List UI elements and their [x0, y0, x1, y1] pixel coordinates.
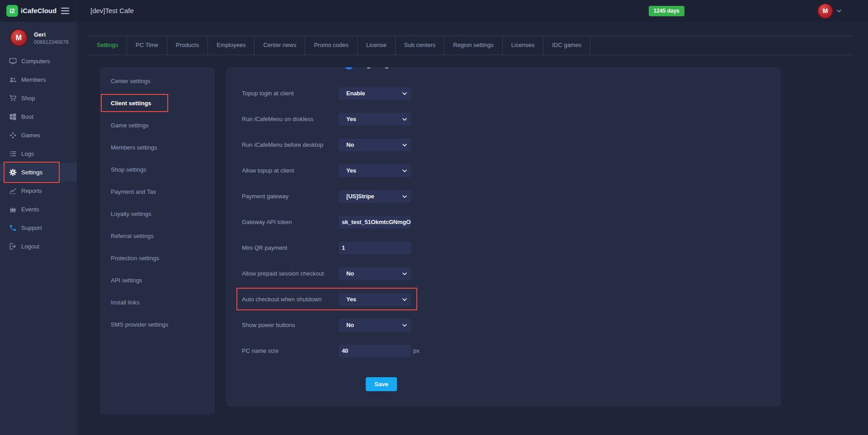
field-value: Enable: [346, 90, 365, 97]
settings-menu-label: Center settings: [111, 78, 150, 84]
sidebar-item[interactable]: Settings: [0, 163, 77, 182]
tab[interactable]: PC Time: [127, 36, 167, 55]
settings-menu-label: Members settings: [111, 144, 157, 151]
field-label: Topup login at client: [242, 90, 339, 97]
field-label: Gateway API token: [242, 219, 339, 225]
user-avatar[interactable]: M: [817, 3, 833, 19]
games-icon: [9, 131, 17, 139]
members-icon: [9, 76, 17, 84]
phone-icon: [9, 224, 17, 232]
field-control[interactable]: Yes: [339, 164, 411, 177]
field-control[interactable]: sk_test_51OkmtcGNmgOKr: [339, 216, 411, 229]
field-control[interactable]: 1: [339, 242, 411, 254]
form-row: Payment gateway [US]Stripe: [226, 183, 781, 209]
settings-menu-item[interactable]: Install links: [100, 291, 215, 313]
settings-menu-item[interactable]: Payment and Tax: [100, 181, 215, 203]
settings-menu-item[interactable]: Client settings: [100, 92, 215, 114]
sidebar-item[interactable]: Games: [0, 126, 77, 145]
field-value: No: [346, 141, 354, 148]
field-control[interactable]: [US]Stripe: [339, 190, 411, 203]
field-label: Allow topup at client: [242, 167, 339, 174]
sidebar: M Geri 008612345678 Computers Members Sh…: [0, 22, 77, 435]
sidebar-item-label: Logout: [21, 243, 39, 250]
tab[interactable]: Settings: [88, 36, 127, 55]
hamburger-icon[interactable]: [61, 8, 69, 14]
tab[interactable]: Region settings: [444, 36, 503, 55]
tab[interactable]: Products: [167, 36, 208, 55]
field-value: Yes: [346, 116, 356, 122]
tab[interactable]: Sub centers: [396, 36, 444, 55]
sidebar-item-label: Computers: [21, 58, 50, 65]
field-control[interactable]: No: [339, 267, 411, 280]
license-days-badge[interactable]: 1245 days: [649, 6, 684, 16]
field-value: Yes: [346, 296, 356, 303]
settings-menu-label: Referral settings: [111, 233, 154, 239]
chevron-down-icon[interactable]: [836, 8, 842, 14]
sidebar-item[interactable]: Boot: [0, 108, 77, 126]
sidebar-item[interactable]: Reports: [0, 182, 77, 200]
settings-menu-label: Payment and Tax: [111, 188, 156, 195]
chevron-down-icon: [401, 116, 408, 122]
settings-menu-label: Protection settings: [111, 255, 159, 262]
settings-menu-item[interactable]: Loyalty settings: [100, 203, 215, 225]
settings-menu-item[interactable]: Shop settings: [100, 159, 215, 181]
field-label: Auto checkout when shutdown: [242, 296, 339, 303]
tab[interactable]: Licenses: [503, 36, 543, 55]
tab-bar: SettingsPC TimeProductsEmployeesCenter n…: [88, 36, 854, 55]
sidebar-item[interactable]: Logout: [0, 237, 77, 256]
chevron-down-icon: [401, 168, 408, 174]
field-label: Run iCafeMenu before desktop: [242, 141, 339, 148]
header-icon-row: [696, 7, 810, 15]
settings-menu-item[interactable]: API settings: [100, 269, 215, 291]
field-control[interactable]: No: [339, 319, 411, 332]
form-row: PC name size 40 px: [226, 338, 781, 364]
crown-icon: [9, 206, 17, 213]
logout-icon: [9, 243, 17, 250]
logo-area: i2 iCafeCloud: [0, 0, 77, 22]
chevron-down-icon: [401, 193, 408, 200]
field-control[interactable]: 40: [339, 345, 411, 357]
reports-icon: [9, 187, 17, 195]
save-button[interactable]: Save: [366, 377, 397, 391]
form-row: Run iCafeMenu on diskless Yes: [226, 106, 781, 132]
sidebar-avatar[interactable]: M: [10, 29, 28, 47]
sidebar-item[interactable]: Computers: [0, 52, 77, 70]
header-actions: 1245 days M: [649, 0, 842, 22]
settings-menu-item[interactable]: SMS provider settings: [100, 313, 215, 336]
field-value: No: [346, 322, 354, 328]
sidebar-user-info: Geri 008612345678: [34, 31, 69, 45]
settings-menu-item[interactable]: Game settings: [100, 114, 215, 136]
settings-menu-item[interactable]: Referral settings: [100, 225, 215, 247]
sidebar-item-label: Members: [21, 76, 46, 83]
tab[interactable]: Promo codes: [305, 36, 358, 55]
field-value: No: [346, 270, 354, 277]
sidebar-item[interactable]: Members: [0, 70, 77, 89]
clipped-text-fragment: [385, 67, 388, 69]
tab[interactable]: IDC games: [543, 36, 590, 55]
field-control[interactable]: Yes: [339, 113, 411, 126]
tab[interactable]: License: [358, 36, 396, 55]
settings-menu-item[interactable]: Center settings: [100, 70, 215, 92]
client-settings-form-panel: Topup login at client Enable Run iCafeMe…: [226, 67, 781, 407]
field-control[interactable]: No: [339, 139, 411, 151]
field-value: 40: [342, 347, 348, 354]
clipped-text-fragment: [367, 67, 370, 69]
settings-menu-label: Install links: [111, 299, 140, 306]
sidebar-item[interactable]: Events: [0, 200, 77, 219]
brand-name: iCafeCloud: [21, 0, 57, 22]
page-title: [dev]Test Cafe: [90, 0, 134, 22]
settings-menu-label: Game settings: [111, 122, 149, 129]
sidebar-item[interactable]: Support: [0, 219, 77, 237]
field-label: PC name size: [242, 347, 339, 354]
main-content: SettingsPC TimeProductsEmployeesCenter n…: [77, 22, 868, 435]
tab[interactable]: Center news: [255, 36, 305, 55]
settings-menu-item[interactable]: Protection settings: [100, 247, 215, 269]
icafecloud-logo-icon[interactable]: i2: [6, 5, 18, 17]
sidebar-item[interactable]: Shop: [0, 89, 77, 108]
sidebar-item[interactable]: Logs: [0, 145, 77, 163]
tab[interactable]: Employees: [208, 36, 255, 55]
field-control[interactable]: Yes: [339, 293, 411, 306]
settings-menu-item[interactable]: Members settings: [100, 136, 215, 159]
form-row: Auto checkout when shutdown Yes: [226, 286, 781, 312]
field-control[interactable]: Enable: [339, 87, 411, 100]
